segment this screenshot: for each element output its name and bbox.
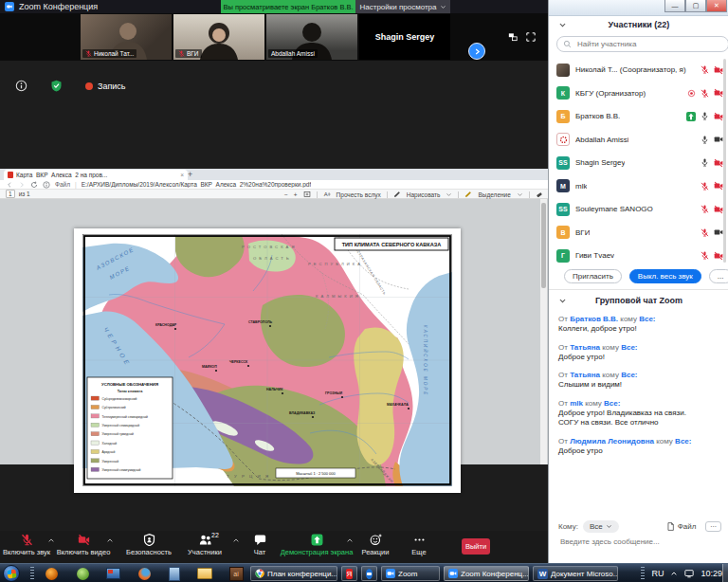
mic-icon[interactable] <box>701 158 709 167</box>
mic-muted-icon[interactable] <box>701 65 709 74</box>
display-icon[interactable] <box>684 569 694 578</box>
taskbar-button-zoom-conference[interactable]: Zoom Конференц... <box>444 566 529 581</box>
recipient-select[interactable]: Все <box>583 520 619 533</box>
pinned-app-icon[interactable] <box>167 566 182 581</box>
gallery-view-icon[interactable] <box>508 32 518 42</box>
chat-message-list[interactable]: От Братков В.В. кому Все: Коллеги, добро… <box>558 314 721 464</box>
minimize-button[interactable]: — <box>664 0 685 12</box>
participant-row[interactable]: К КБГУ (Организатор) <box>549 82 728 104</box>
mic-muted-icon[interactable] <box>701 205 709 213</box>
highlight-label[interactable]: Выделение <box>478 191 510 198</box>
video-tile-nikolay[interactable]: Николай Тат... <box>81 14 172 60</box>
pinned-app-icon[interactable] <box>44 566 59 581</box>
mic-icon[interactable] <box>701 112 709 120</box>
read-aloud-icon[interactable] <box>323 191 331 198</box>
camera-icon[interactable] <box>714 135 723 144</box>
participants-count-badge: 22 <box>211 532 219 538</box>
pinned-app-icon[interactable]: ai <box>228 566 244 581</box>
participants-scrollbar[interactable] <box>723 59 726 263</box>
chat-more-button[interactable]: ... <box>705 521 721 532</box>
camera-icon[interactable] <box>714 227 723 237</box>
more-button[interactable]: Еще <box>383 534 455 556</box>
taskbar-button-zoom[interactable]: Zoom <box>381 566 440 581</box>
page-number-box[interactable]: 1 <box>6 190 15 198</box>
taskbar-button-app[interactable] <box>361 566 377 581</box>
video-tile-vgi[interactable]: ВГИ <box>173 14 264 60</box>
next-participants-button[interactable] <box>468 43 485 60</box>
taskbar-button-word[interactable]: W Документ Microso... <box>533 566 618 581</box>
tab-close-icon[interactable]: × <box>180 172 184 178</box>
mic-muted-icon[interactable] <box>701 89 709 98</box>
pinned-app-icon[interactable] <box>75 566 90 581</box>
file-explorer-icon[interactable] <box>197 566 212 581</box>
chat-message-input[interactable] <box>558 537 723 547</box>
video-tile-abdallah[interactable]: Abdallah Amissi <box>266 14 357 60</box>
meeting-toolbar: Включить звук Включить видео Безопасност… <box>0 531 548 563</box>
mic-muted-icon[interactable] <box>701 228 709 237</box>
erase-icon[interactable] <box>536 191 543 198</box>
participant-row[interactable]: SS Shagin Sergey <box>549 152 728 173</box>
tray-expand-icon[interactable] <box>670 570 678 577</box>
mic-icon[interactable] <box>701 136 709 144</box>
address-url[interactable]: E:/АРХИВ/Дипломы/2019/Алексол/Карта_ВКР_… <box>82 181 312 188</box>
zoom-out-button[interactable]: − <box>284 191 288 198</box>
mic-muted-icon[interactable] <box>701 251 709 260</box>
browser-tab[interactable]: Карта_ВКР_Алекса_2 на пров... × <box>4 170 188 180</box>
fullscreen-icon[interactable] <box>526 32 536 42</box>
recording-indicator[interactable]: Запись <box>85 82 126 91</box>
camera-muted-icon[interactable] <box>714 158 723 168</box>
clock[interactable]: 10:29 <box>701 569 722 578</box>
participant-row[interactable]: Б Братков В.В. <box>549 105 728 127</box>
chat-message: От mlk кому Все: Доброе утро! Владикавка… <box>558 398 721 428</box>
participant-row[interactable]: M mlk <box>549 175 728 197</box>
participant-search[interactable] <box>556 36 728 52</box>
search-input[interactable] <box>575 39 702 49</box>
file-button[interactable]: Файл <box>666 522 697 531</box>
encryption-shield-icon[interactable] <box>50 80 63 92</box>
view-settings-button[interactable]: Настройки просмотра <box>355 0 450 13</box>
collapse-chat-icon[interactable] <box>558 297 567 305</box>
camera-muted-icon[interactable] <box>714 112 723 121</box>
invite-button[interactable]: Пригласить <box>564 269 622 283</box>
collapse-participants-icon[interactable] <box>558 21 567 29</box>
pinned-app-icon[interactable] <box>136 566 152 581</box>
new-tab-button[interactable]: + <box>188 170 192 179</box>
page-info-icon[interactable] <box>43 181 50 189</box>
camera-muted-icon[interactable] <box>714 251 723 261</box>
leave-meeting-button[interactable]: Выйти <box>462 538 490 555</box>
more-participants-button[interactable]: ... <box>709 269 728 283</box>
read-aloud-label[interactable]: Прочесть вслух <box>337 191 381 198</box>
language-indicator[interactable]: RU <box>651 569 664 578</box>
participant-row[interactable]: В ВГИ <box>549 222 728 244</box>
back-icon[interactable] <box>6 181 13 189</box>
draw-icon[interactable] <box>393 191 401 198</box>
video-tile-shagin[interactable]: Shagin Sergey <box>359 14 450 60</box>
participant-row[interactable]: Abdallah Amissi <box>549 129 728 151</box>
maximize-button[interactable]: ▢ <box>685 0 706 12</box>
draw-label[interactable]: Нарисовать <box>407 191 441 198</box>
highlight-icon[interactable] <box>464 191 472 198</box>
fit-page-icon[interactable] <box>303 191 311 198</box>
reload-icon[interactable] <box>30 181 38 189</box>
camera-muted-icon[interactable] <box>714 181 723 191</box>
mic-muted-icon[interactable] <box>701 182 709 191</box>
taskbar-button-yandex[interactable]: Я <box>341 566 357 581</box>
mute-all-button[interactable]: Выкл. весь звук <box>629 269 701 283</box>
participant-row[interactable]: SS Souleymane SANOGO <box>549 198 728 220</box>
zoom-in-button[interactable]: + <box>294 191 298 198</box>
taskbar-button-chrome[interactable]: План конференци... <box>250 566 337 581</box>
pdf-scrollbar[interactable] <box>540 199 547 464</box>
video-name-badge: Николай Тат... <box>82 49 136 58</box>
close-button[interactable]: ✕ <box>706 0 727 12</box>
start-button[interactable] <box>3 565 20 582</box>
forward-icon[interactable] <box>18 181 26 189</box>
camera-muted-icon[interactable] <box>714 65 723 75</box>
chat-message: От Людмила Леонидовна кому Все: Доброе у… <box>558 436 721 457</box>
info-icon[interactable] <box>15 80 27 92</box>
camera-muted-icon[interactable] <box>714 205 723 214</box>
camera-muted-icon[interactable] <box>714 88 723 98</box>
participant-row[interactable]: Г Гиви Tvaev <box>549 245 728 266</box>
pinned-app-icon[interactable] <box>105 566 120 581</box>
show-desktop-button[interactable] <box>722 564 728 582</box>
participant-row[interactable]: Николай Т... (Соорганизатор, я) <box>549 59 728 81</box>
